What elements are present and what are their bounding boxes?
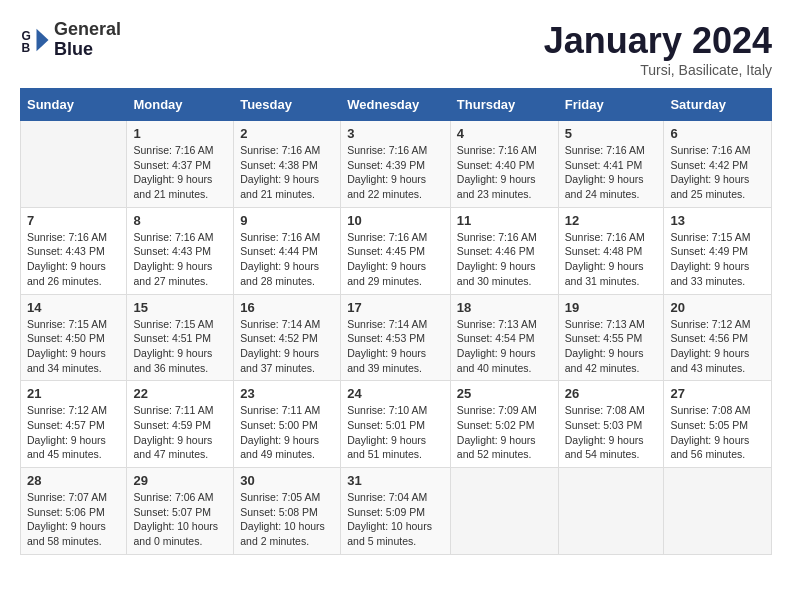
day-number: 21	[27, 386, 120, 401]
calendar-cell: 5Sunrise: 7:16 AM Sunset: 4:41 PM Daylig…	[558, 121, 664, 208]
calendar-title: January 2024	[544, 20, 772, 62]
day-info: Sunrise: 7:16 AM Sunset: 4:38 PM Dayligh…	[240, 143, 334, 202]
day-info: Sunrise: 7:16 AM Sunset: 4:41 PM Dayligh…	[565, 143, 658, 202]
day-number: 8	[133, 213, 227, 228]
calendar-cell: 4Sunrise: 7:16 AM Sunset: 4:40 PM Daylig…	[450, 121, 558, 208]
calendar-cell: 10Sunrise: 7:16 AM Sunset: 4:45 PM Dayli…	[341, 207, 451, 294]
calendar-cell: 12Sunrise: 7:16 AM Sunset: 4:48 PM Dayli…	[558, 207, 664, 294]
day-info: Sunrise: 7:08 AM Sunset: 5:05 PM Dayligh…	[670, 403, 765, 462]
calendar-cell: 29Sunrise: 7:06 AM Sunset: 5:07 PM Dayli…	[127, 468, 234, 555]
day-info: Sunrise: 7:12 AM Sunset: 4:56 PM Dayligh…	[670, 317, 765, 376]
calendar-cell: 31Sunrise: 7:04 AM Sunset: 5:09 PM Dayli…	[341, 468, 451, 555]
day-info: Sunrise: 7:07 AM Sunset: 5:06 PM Dayligh…	[27, 490, 120, 549]
calendar-cell: 27Sunrise: 7:08 AM Sunset: 5:05 PM Dayli…	[664, 381, 772, 468]
svg-text:B: B	[22, 41, 31, 55]
day-info: Sunrise: 7:13 AM Sunset: 4:54 PM Dayligh…	[457, 317, 552, 376]
calendar-cell: 24Sunrise: 7:10 AM Sunset: 5:01 PM Dayli…	[341, 381, 451, 468]
day-number: 20	[670, 300, 765, 315]
calendar-cell: 3Sunrise: 7:16 AM Sunset: 4:39 PM Daylig…	[341, 121, 451, 208]
calendar-cell: 15Sunrise: 7:15 AM Sunset: 4:51 PM Dayli…	[127, 294, 234, 381]
calendar-cell: 23Sunrise: 7:11 AM Sunset: 5:00 PM Dayli…	[234, 381, 341, 468]
calendar-cell: 22Sunrise: 7:11 AM Sunset: 4:59 PM Dayli…	[127, 381, 234, 468]
weekday-header: Wednesday	[341, 89, 451, 121]
header: G B General Blue January 2024 Tursi, Bas…	[20, 20, 772, 78]
day-info: Sunrise: 7:15 AM Sunset: 4:50 PM Dayligh…	[27, 317, 120, 376]
day-info: Sunrise: 7:10 AM Sunset: 5:01 PM Dayligh…	[347, 403, 444, 462]
calendar-cell	[21, 121, 127, 208]
calendar-cell	[558, 468, 664, 555]
calendar-cell: 14Sunrise: 7:15 AM Sunset: 4:50 PM Dayli…	[21, 294, 127, 381]
day-info: Sunrise: 7:05 AM Sunset: 5:08 PM Dayligh…	[240, 490, 334, 549]
day-number: 23	[240, 386, 334, 401]
calendar-cell: 21Sunrise: 7:12 AM Sunset: 4:57 PM Dayli…	[21, 381, 127, 468]
day-number: 1	[133, 126, 227, 141]
day-number: 25	[457, 386, 552, 401]
weekday-header: Monday	[127, 89, 234, 121]
day-number: 16	[240, 300, 334, 315]
day-number: 29	[133, 473, 227, 488]
calendar-week-row: 28Sunrise: 7:07 AM Sunset: 5:06 PM Dayli…	[21, 468, 772, 555]
day-number: 17	[347, 300, 444, 315]
day-number: 11	[457, 213, 552, 228]
day-number: 7	[27, 213, 120, 228]
day-number: 13	[670, 213, 765, 228]
day-number: 10	[347, 213, 444, 228]
day-number: 6	[670, 126, 765, 141]
day-info: Sunrise: 7:04 AM Sunset: 5:09 PM Dayligh…	[347, 490, 444, 549]
day-info: Sunrise: 7:16 AM Sunset: 4:37 PM Dayligh…	[133, 143, 227, 202]
day-info: Sunrise: 7:14 AM Sunset: 4:53 PM Dayligh…	[347, 317, 444, 376]
day-number: 24	[347, 386, 444, 401]
day-info: Sunrise: 7:16 AM Sunset: 4:46 PM Dayligh…	[457, 230, 552, 289]
logo-line1: General	[54, 20, 121, 40]
weekday-header: Sunday	[21, 89, 127, 121]
day-number: 3	[347, 126, 444, 141]
calendar-cell: 26Sunrise: 7:08 AM Sunset: 5:03 PM Dayli…	[558, 381, 664, 468]
calendar-cell: 18Sunrise: 7:13 AM Sunset: 4:54 PM Dayli…	[450, 294, 558, 381]
calendar-week-row: 14Sunrise: 7:15 AM Sunset: 4:50 PM Dayli…	[21, 294, 772, 381]
logo-icon: G B	[20, 25, 50, 55]
day-number: 18	[457, 300, 552, 315]
day-number: 14	[27, 300, 120, 315]
day-info: Sunrise: 7:16 AM Sunset: 4:43 PM Dayligh…	[27, 230, 120, 289]
day-number: 27	[670, 386, 765, 401]
day-number: 5	[565, 126, 658, 141]
calendar-subtitle: Tursi, Basilicate, Italy	[544, 62, 772, 78]
calendar-table: SundayMondayTuesdayWednesdayThursdayFrid…	[20, 88, 772, 555]
day-info: Sunrise: 7:11 AM Sunset: 4:59 PM Dayligh…	[133, 403, 227, 462]
calendar-cell: 28Sunrise: 7:07 AM Sunset: 5:06 PM Dayli…	[21, 468, 127, 555]
day-info: Sunrise: 7:11 AM Sunset: 5:00 PM Dayligh…	[240, 403, 334, 462]
day-number: 26	[565, 386, 658, 401]
day-info: Sunrise: 7:16 AM Sunset: 4:45 PM Dayligh…	[347, 230, 444, 289]
day-info: Sunrise: 7:09 AM Sunset: 5:02 PM Dayligh…	[457, 403, 552, 462]
calendar-cell	[450, 468, 558, 555]
day-info: Sunrise: 7:16 AM Sunset: 4:39 PM Dayligh…	[347, 143, 444, 202]
day-info: Sunrise: 7:16 AM Sunset: 4:40 PM Dayligh…	[457, 143, 552, 202]
calendar-cell: 16Sunrise: 7:14 AM Sunset: 4:52 PM Dayli…	[234, 294, 341, 381]
day-number: 4	[457, 126, 552, 141]
calendar-cell: 20Sunrise: 7:12 AM Sunset: 4:56 PM Dayli…	[664, 294, 772, 381]
day-number: 31	[347, 473, 444, 488]
calendar-cell: 11Sunrise: 7:16 AM Sunset: 4:46 PM Dayli…	[450, 207, 558, 294]
weekday-header: Tuesday	[234, 89, 341, 121]
day-info: Sunrise: 7:15 AM Sunset: 4:51 PM Dayligh…	[133, 317, 227, 376]
logo-text: General Blue	[54, 20, 121, 60]
day-info: Sunrise: 7:16 AM Sunset: 4:43 PM Dayligh…	[133, 230, 227, 289]
day-info: Sunrise: 7:16 AM Sunset: 4:48 PM Dayligh…	[565, 230, 658, 289]
day-number: 19	[565, 300, 658, 315]
day-number: 9	[240, 213, 334, 228]
calendar-cell: 19Sunrise: 7:13 AM Sunset: 4:55 PM Dayli…	[558, 294, 664, 381]
day-info: Sunrise: 7:13 AM Sunset: 4:55 PM Dayligh…	[565, 317, 658, 376]
calendar-week-row: 21Sunrise: 7:12 AM Sunset: 4:57 PM Dayli…	[21, 381, 772, 468]
svg-marker-2	[37, 29, 49, 52]
weekday-header: Thursday	[450, 89, 558, 121]
calendar-week-row: 7Sunrise: 7:16 AM Sunset: 4:43 PM Daylig…	[21, 207, 772, 294]
day-info: Sunrise: 7:06 AM Sunset: 5:07 PM Dayligh…	[133, 490, 227, 549]
calendar-cell: 2Sunrise: 7:16 AM Sunset: 4:38 PM Daylig…	[234, 121, 341, 208]
calendar-header-row: SundayMondayTuesdayWednesdayThursdayFrid…	[21, 89, 772, 121]
weekday-header: Saturday	[664, 89, 772, 121]
calendar-cell: 1Sunrise: 7:16 AM Sunset: 4:37 PM Daylig…	[127, 121, 234, 208]
day-info: Sunrise: 7:14 AM Sunset: 4:52 PM Dayligh…	[240, 317, 334, 376]
day-number: 22	[133, 386, 227, 401]
calendar-cell: 17Sunrise: 7:14 AM Sunset: 4:53 PM Dayli…	[341, 294, 451, 381]
calendar-cell	[664, 468, 772, 555]
